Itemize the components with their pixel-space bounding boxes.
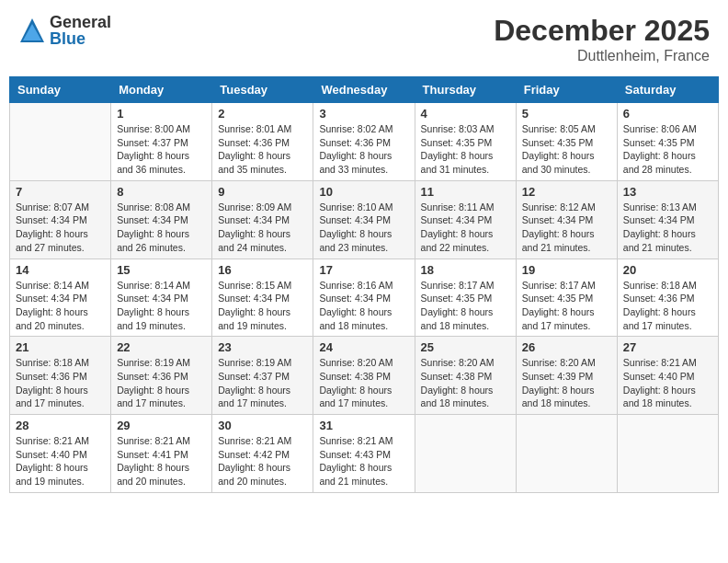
calendar-cell: 23Sunrise: 8:19 AMSunset: 4:37 PMDayligh… (212, 337, 313, 415)
logo-text: General Blue (50, 14, 111, 47)
day-info: Sunrise: 8:08 AMSunset: 4:34 PMDaylight:… (117, 201, 206, 255)
day-info: Sunrise: 8:18 AMSunset: 4:36 PMDaylight:… (16, 356, 105, 410)
day-info: Sunrise: 8:21 AMSunset: 4:41 PMDaylight:… (117, 434, 206, 488)
day-number: 22 (117, 340, 206, 354)
day-number: 19 (522, 263, 611, 277)
day-info: Sunrise: 8:21 AMSunset: 4:40 PMDaylight:… (16, 434, 105, 488)
day-number: 8 (117, 185, 206, 199)
day-number: 31 (319, 419, 408, 432)
calendar-week-row: 28Sunrise: 8:21 AMSunset: 4:40 PMDayligh… (10, 415, 719, 493)
day-number: 11 (421, 185, 510, 199)
calendar-cell (10, 103, 111, 181)
day-info: Sunrise: 8:20 AMSunset: 4:38 PMDaylight:… (421, 356, 510, 410)
day-number: 4 (421, 107, 510, 121)
calendar-cell: 27Sunrise: 8:21 AMSunset: 4:40 PMDayligh… (617, 337, 718, 415)
day-number: 20 (623, 263, 712, 277)
day-info: Sunrise: 8:00 AMSunset: 4:37 PMDaylight:… (117, 122, 206, 177)
calendar-cell: 20Sunrise: 8:18 AMSunset: 4:36 PMDayligh… (617, 259, 718, 337)
day-number: 14 (16, 263, 105, 277)
calendar-header-row: SundayMondayTuesdayWednesdayThursdayFrid… (10, 77, 719, 103)
day-info: Sunrise: 8:05 AMSunset: 4:35 PMDaylight:… (522, 122, 611, 177)
calendar-cell: 29Sunrise: 8:21 AMSunset: 4:41 PMDayligh… (111, 415, 212, 493)
day-number: 1 (117, 107, 206, 121)
calendar-cell: 17Sunrise: 8:16 AMSunset: 4:34 PMDayligh… (313, 259, 415, 337)
calendar-cell: 9Sunrise: 8:09 AMSunset: 4:34 PMDaylight… (212, 180, 313, 259)
day-number: 9 (218, 185, 307, 199)
day-number: 26 (522, 340, 611, 354)
day-info: Sunrise: 8:10 AMSunset: 4:34 PMDaylight:… (319, 201, 408, 255)
day-info: Sunrise: 8:21 AMSunset: 4:42 PMDaylight:… (218, 434, 307, 488)
day-info: Sunrise: 8:09 AMSunset: 4:34 PMDaylight:… (218, 201, 307, 255)
calendar-cell: 19Sunrise: 8:17 AMSunset: 4:35 PMDayligh… (516, 259, 617, 337)
calendar-cell: 13Sunrise: 8:13 AMSunset: 4:34 PMDayligh… (617, 180, 718, 259)
day-number: 28 (16, 419, 105, 432)
day-info: Sunrise: 8:19 AMSunset: 4:36 PMDaylight:… (117, 356, 206, 410)
day-header-wednesday: Wednesday (313, 77, 415, 103)
page-header: General Blue December 2025 Duttlenheim, … (9, 9, 719, 69)
calendar-cell: 7Sunrise: 8:07 AMSunset: 4:34 PMDaylight… (10, 180, 111, 259)
day-number: 18 (421, 263, 510, 277)
calendar-cell: 1Sunrise: 8:00 AMSunset: 4:37 PMDaylight… (111, 103, 212, 181)
calendar-cell: 31Sunrise: 8:21 AMSunset: 4:43 PMDayligh… (313, 415, 415, 493)
day-info: Sunrise: 8:20 AMSunset: 4:39 PMDaylight:… (522, 356, 611, 410)
calendar-cell: 15Sunrise: 8:14 AMSunset: 4:34 PMDayligh… (111, 259, 212, 337)
title-block: December 2025 Duttlenheim, France (494, 14, 710, 64)
day-info: Sunrise: 8:14 AMSunset: 4:34 PMDaylight:… (117, 279, 206, 333)
day-number: 23 (218, 340, 307, 354)
logo: General Blue (18, 14, 111, 47)
calendar-week-row: 1Sunrise: 8:00 AMSunset: 4:37 PMDaylight… (10, 103, 719, 181)
logo-general: General (50, 14, 111, 30)
calendar-cell: 12Sunrise: 8:12 AMSunset: 4:34 PMDayligh… (516, 180, 617, 259)
calendar-cell: 3Sunrise: 8:02 AMSunset: 4:36 PMDaylight… (313, 103, 415, 181)
calendar-cell: 6Sunrise: 8:06 AMSunset: 4:35 PMDaylight… (617, 103, 718, 181)
calendar-cell: 30Sunrise: 8:21 AMSunset: 4:42 PMDayligh… (212, 415, 313, 493)
calendar-cell (617, 415, 718, 493)
day-number: 3 (319, 107, 408, 121)
day-header-friday: Friday (516, 77, 617, 103)
day-info: Sunrise: 8:21 AMSunset: 4:40 PMDaylight:… (623, 356, 712, 410)
day-info: Sunrise: 8:21 AMSunset: 4:43 PMDaylight:… (319, 434, 408, 488)
day-number: 2 (218, 107, 307, 121)
day-number: 5 (522, 107, 611, 121)
calendar-cell: 22Sunrise: 8:19 AMSunset: 4:36 PMDayligh… (111, 337, 212, 415)
calendar-cell: 8Sunrise: 8:08 AMSunset: 4:34 PMDaylight… (111, 180, 212, 259)
calendar-cell: 10Sunrise: 8:10 AMSunset: 4:34 PMDayligh… (313, 180, 415, 259)
day-info: Sunrise: 8:15 AMSunset: 4:34 PMDaylight:… (218, 279, 307, 333)
day-number: 24 (319, 340, 408, 354)
month-title: December 2025 (494, 14, 710, 48)
day-info: Sunrise: 8:01 AMSunset: 4:36 PMDaylight:… (218, 122, 307, 177)
day-header-monday: Monday (111, 77, 212, 103)
calendar-cell: 2Sunrise: 8:01 AMSunset: 4:36 PMDaylight… (212, 103, 313, 181)
day-info: Sunrise: 8:17 AMSunset: 4:35 PMDaylight:… (421, 279, 510, 333)
day-number: 13 (623, 185, 712, 199)
calendar-cell: 24Sunrise: 8:20 AMSunset: 4:38 PMDayligh… (313, 337, 415, 415)
calendar-week-row: 7Sunrise: 8:07 AMSunset: 4:34 PMDaylight… (10, 180, 719, 259)
day-number: 29 (117, 419, 206, 432)
day-number: 21 (16, 340, 105, 354)
day-number: 6 (623, 107, 712, 121)
location-title: Duttlenheim, France (494, 48, 710, 64)
day-number: 30 (218, 419, 307, 432)
calendar-cell: 5Sunrise: 8:05 AMSunset: 4:35 PMDaylight… (516, 103, 617, 181)
logo-blue: Blue (50, 30, 111, 47)
calendar-cell: 14Sunrise: 8:14 AMSunset: 4:34 PMDayligh… (10, 259, 111, 337)
day-info: Sunrise: 8:06 AMSunset: 4:35 PMDaylight:… (623, 122, 712, 177)
calendar-cell: 11Sunrise: 8:11 AMSunset: 4:34 PMDayligh… (415, 180, 516, 259)
day-info: Sunrise: 8:14 AMSunset: 4:34 PMDaylight:… (16, 279, 105, 333)
day-info: Sunrise: 8:11 AMSunset: 4:34 PMDaylight:… (421, 201, 510, 255)
day-info: Sunrise: 8:16 AMSunset: 4:34 PMDaylight:… (319, 279, 408, 333)
day-info: Sunrise: 8:17 AMSunset: 4:35 PMDaylight:… (522, 279, 611, 333)
calendar-week-row: 21Sunrise: 8:18 AMSunset: 4:36 PMDayligh… (10, 337, 719, 415)
calendar-cell: 16Sunrise: 8:15 AMSunset: 4:34 PMDayligh… (212, 259, 313, 337)
calendar-cell: 26Sunrise: 8:20 AMSunset: 4:39 PMDayligh… (516, 337, 617, 415)
calendar-cell: 4Sunrise: 8:03 AMSunset: 4:35 PMDaylight… (415, 103, 516, 181)
day-info: Sunrise: 8:12 AMSunset: 4:34 PMDaylight:… (522, 201, 611, 255)
day-info: Sunrise: 8:20 AMSunset: 4:38 PMDaylight:… (319, 356, 408, 410)
day-number: 15 (117, 263, 206, 277)
day-number: 17 (319, 263, 408, 277)
calendar-table: SundayMondayTuesdayWednesdayThursdayFrid… (9, 76, 719, 493)
calendar-cell: 25Sunrise: 8:20 AMSunset: 4:38 PMDayligh… (415, 337, 516, 415)
day-header-thursday: Thursday (415, 77, 516, 103)
calendar-cell (516, 415, 617, 493)
calendar-cell: 21Sunrise: 8:18 AMSunset: 4:36 PMDayligh… (10, 337, 111, 415)
